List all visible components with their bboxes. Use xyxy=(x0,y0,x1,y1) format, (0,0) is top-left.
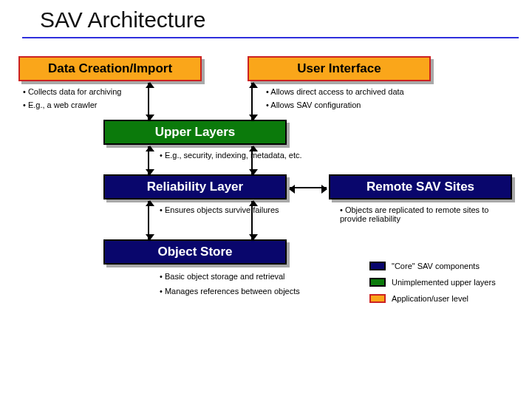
legend-core: "Core" SAV components xyxy=(369,262,480,270)
bullet-os-0: Basic object storage and retrieval xyxy=(160,272,285,281)
arrow-dc-to-upper xyxy=(148,83,149,120)
block-reliability: Reliability Layer xyxy=(103,174,287,200)
bullet-dc-1: E.g., a web crawler xyxy=(23,100,97,109)
swatch-core-icon xyxy=(369,262,386,270)
arrow-reliability-to-store-1 xyxy=(148,201,149,239)
bullet-ul-0: E.g., security, indexing, metadata, etc. xyxy=(160,151,302,160)
block-user-interface: User Interface xyxy=(248,56,431,81)
legend-label-core: "Core" SAV components xyxy=(392,262,480,270)
arrow-reliability-to-store-2 xyxy=(251,201,253,239)
legend-label-unimpl: Unimplemented upper layers xyxy=(392,278,496,287)
arrow-reliability-to-remote xyxy=(290,187,327,188)
bullet-ui-0: Allows direct access to archived data xyxy=(266,87,404,96)
bullet-ui-1: Allows SAV configuration xyxy=(266,100,361,109)
bullet-dc-0: Collects data for archiving xyxy=(23,87,121,96)
block-data-creation: Data Creation/Import xyxy=(18,56,202,81)
bullet-rs-0: Objects are replicated to remote sites t… xyxy=(340,205,511,223)
block-upper-layers: Upper Layers xyxy=(103,120,287,145)
bullet-os-1: Manages references between objects xyxy=(160,287,300,296)
block-object-store: Object Store xyxy=(103,239,287,265)
arrow-ui-to-upper xyxy=(251,83,253,120)
arrow-upper-to-reliability-2 xyxy=(251,146,253,174)
bullet-rl-0: Ensures objects survive failures xyxy=(160,205,279,214)
swatch-unimpl-icon xyxy=(369,278,386,287)
slide-title: SAV Architecture xyxy=(40,7,532,33)
diagram-canvas: Data Creation/Import User Interface Coll… xyxy=(0,38,532,393)
swatch-appusr-icon xyxy=(369,294,386,303)
legend-label-appusr: Application/user level xyxy=(392,294,468,303)
legend-unimpl: Unimplemented upper layers xyxy=(369,278,496,287)
arrow-upper-to-reliability-1 xyxy=(148,146,149,174)
block-remote-sites: Remote SAV Sites xyxy=(329,174,512,200)
legend-appusr: Application/user level xyxy=(369,294,468,303)
